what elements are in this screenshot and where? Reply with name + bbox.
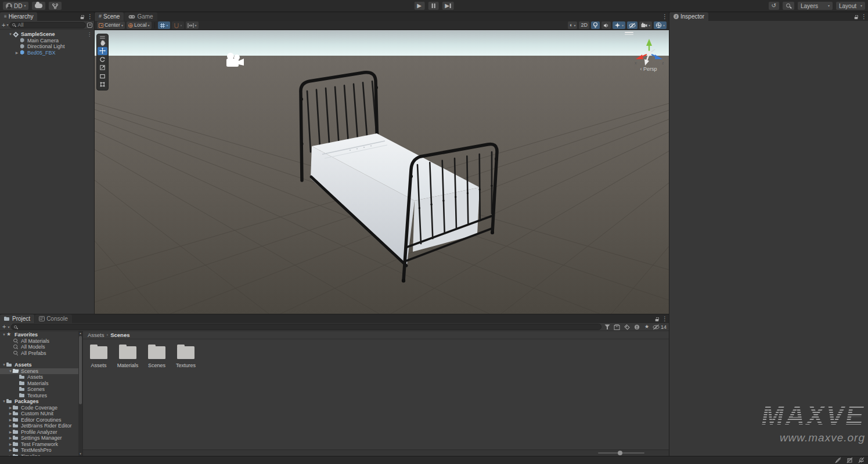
alerts-button[interactable] xyxy=(633,324,641,331)
tree-row-custom-nunit[interactable]: Custom NUnit ⋮ xyxy=(0,411,78,417)
tree-row-assets[interactable]: Assets ⋮ xyxy=(0,374,78,380)
scrollbar-thumb[interactable] xyxy=(79,336,82,404)
tree-row-materials[interactable]: Materials ⋮ xyxy=(0,380,78,387)
audio-toggle[interactable] xyxy=(602,21,611,29)
kebab-menu-icon[interactable]: ⋮ xyxy=(662,14,668,20)
tab-project[interactable]: Project xyxy=(0,314,34,323)
tab-console[interactable]: Console xyxy=(35,314,72,323)
kebab-menu-icon[interactable]: ⋮ xyxy=(662,316,668,322)
kebab-menu-icon[interactable]: ⋮ xyxy=(87,14,93,20)
tab-game[interactable]: Game xyxy=(124,12,157,21)
tree-row-profile-analyzer[interactable]: Profile Analyzer ⋮ xyxy=(0,429,78,436)
expand-arrow-icon[interactable] xyxy=(8,412,13,415)
search-by-label-button[interactable] xyxy=(623,324,631,331)
rotate-tool-button[interactable] xyxy=(98,56,107,64)
view-options-handle[interactable] xyxy=(625,32,633,35)
tree-row-code-coverage[interactable]: Code Coverage ⋮ xyxy=(0,405,78,411)
hierarchy-row-main-camera[interactable]: Main Camera ⋮ xyxy=(0,38,94,44)
tool-pivot-dropdown[interactable]: Center ▾ xyxy=(97,21,125,29)
scroll-up-icon[interactable]: ▴ xyxy=(78,331,82,335)
tree-row-packages[interactable]: Packages ⋮ xyxy=(0,398,78,405)
tree-row[interactable] xyxy=(0,356,78,362)
pause-button[interactable] xyxy=(427,1,439,10)
lock-icon[interactable] xyxy=(854,14,858,19)
tree-row-editor-coroutines[interactable]: Editor Coroutines ⋮ xyxy=(0,417,78,423)
hierarchy-search[interactable] xyxy=(9,22,86,28)
create-button[interactable]: + xyxy=(2,22,5,28)
tab-scene[interactable]: # Scene xyxy=(95,12,124,21)
snap-settings-dropdown[interactable]: ▾ xyxy=(186,21,199,29)
tree-row-textures[interactable]: Textures ⋮ xyxy=(0,393,78,399)
overlay-drag-handle[interactable] xyxy=(100,36,105,37)
tree-row-assets[interactable]: Assets ⋮ xyxy=(0,362,78,368)
cloud-services-button[interactable] xyxy=(31,1,46,10)
search-button[interactable] xyxy=(782,1,795,10)
tree-row-settings-manager[interactable]: Settings Manager ⋮ xyxy=(0,435,78,441)
rect-tool-button[interactable] xyxy=(98,72,107,81)
expand-arrow-icon[interactable] xyxy=(8,436,13,440)
play-button[interactable]: ▶ xyxy=(413,1,425,10)
pen-slash-icon[interactable] xyxy=(835,457,841,463)
account-dropdown[interactable]: DD ▾ xyxy=(2,1,29,10)
tree-row-jetbrains-rider-editor[interactable]: JetBrains Rider Editor ⋮ xyxy=(0,423,78,429)
orientation-gizmo[interactable]: x z xyxy=(633,37,665,70)
tab-inspector[interactable]: Inspector xyxy=(669,12,708,21)
draw-mode-dropdown[interactable]: ◐ ▾ xyxy=(568,21,577,29)
tree-row-textmeshpro[interactable]: TextMeshPro ⋮ xyxy=(0,447,78,454)
create-button[interactable]: + xyxy=(2,324,6,330)
search-by-package-button[interactable] xyxy=(613,324,621,331)
create-dropdown-icon[interactable]: ▾ xyxy=(8,325,9,329)
tree-scrollbar[interactable]: ▴ ▾ xyxy=(78,331,82,456)
tree-row-favorites[interactable]: Favorites ⋮ xyxy=(0,332,78,338)
transform-tool-button[interactable] xyxy=(98,81,107,89)
kebab-menu-icon[interactable]: ⋮ xyxy=(861,14,867,20)
bell-slash-icon[interactable] xyxy=(858,457,865,463)
version-control-button[interactable] xyxy=(48,1,62,10)
expand-arrow-icon[interactable] xyxy=(8,430,13,434)
expand-arrow-icon[interactable] xyxy=(8,32,13,36)
slider-knob[interactable] xyxy=(618,451,622,455)
tree-row-scenes[interactable]: Scenes ⋮ xyxy=(0,368,78,375)
tree-row-test-framework[interactable]: Test Framework ⋮ xyxy=(0,441,78,448)
move-tool-button[interactable] xyxy=(98,47,107,55)
expand-arrow-icon[interactable] xyxy=(2,363,6,367)
scene-lighting-toggle[interactable] xyxy=(591,21,600,29)
expand-arrow-icon[interactable] xyxy=(8,406,13,409)
tree-row-all-prefabs[interactable]: All Prefabs ⋮ xyxy=(0,350,78,357)
tool-space-dropdown[interactable]: Local ▾ xyxy=(127,21,152,29)
folder-tile[interactable]: Materials xyxy=(114,346,141,368)
hierarchy-search-input[interactable] xyxy=(17,22,84,28)
undo-history-button[interactable]: ↺ xyxy=(768,1,780,10)
folder-tile[interactable]: Assets xyxy=(85,346,112,368)
grid-snapping-toggle[interactable]: ▾ xyxy=(158,21,170,29)
tree-row-all-materials[interactable]: All Materials ⋮ xyxy=(0,338,78,345)
expand-arrow-icon[interactable] xyxy=(8,424,13,427)
increment-snap-button[interactable]: ▾ xyxy=(172,21,184,29)
hierarchy-row-directional-light[interactable]: Directional Light ⋮ xyxy=(0,44,94,50)
tree-row-all-models[interactable]: All Models ⋮ xyxy=(0,344,78,350)
create-dropdown-icon[interactable]: ▾ xyxy=(6,23,8,27)
kebab-menu-icon[interactable]: ⋮ xyxy=(87,32,92,37)
gizmos-dropdown[interactable]: ▾ xyxy=(654,21,667,29)
lock-icon[interactable] xyxy=(655,317,659,321)
lock-icon[interactable] xyxy=(80,14,84,19)
expand-arrow-icon[interactable] xyxy=(8,443,13,446)
hierarchy-row-samplescene[interactable]: SampleScene ⋮ xyxy=(0,31,94,38)
camera-settings-dropdown[interactable]: ▾ xyxy=(639,21,652,29)
perspective-label[interactable]: Persp xyxy=(628,66,669,72)
expand-arrow-icon[interactable] xyxy=(15,51,19,55)
scene-viewport[interactable]: x z Persp xyxy=(95,30,669,314)
hierarchy-row-bed05-fbx[interactable]: Bed05_FBX ⋮ xyxy=(0,50,94,56)
tree-row-scenes[interactable]: Scenes ⋮ xyxy=(0,386,78,393)
project-search-input[interactable] xyxy=(19,324,599,330)
scene-visibility-toggle[interactable] xyxy=(627,21,638,29)
scale-tool-button[interactable] xyxy=(98,64,107,72)
expand-arrow-icon[interactable] xyxy=(2,333,6,336)
search-by-type-button[interactable] xyxy=(603,324,611,331)
expand-arrow-icon[interactable] xyxy=(8,448,13,452)
expand-arrow-icon[interactable] xyxy=(2,400,6,403)
hidden-count-button[interactable]: 14 xyxy=(653,324,667,331)
breadcrumb-root[interactable]: Assets xyxy=(88,332,105,338)
step-button[interactable]: ▶ xyxy=(441,1,455,10)
2d-toggle[interactable]: 2D xyxy=(579,21,589,29)
